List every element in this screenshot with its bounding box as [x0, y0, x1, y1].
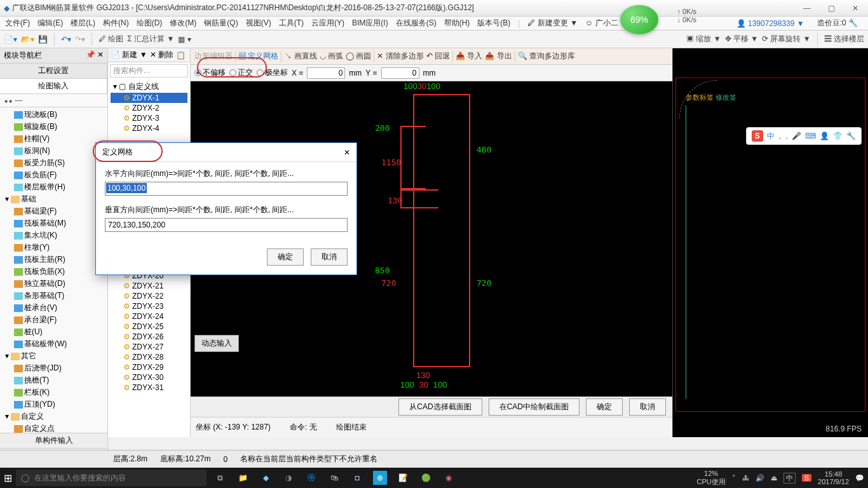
performance-badge[interactable]: 69% [620, 5, 658, 34]
ime-settings-icon[interactable]: 🔧 [846, 132, 856, 140]
nav-tree[interactable]: 现浇板(B) 螺旋板(B) 柱帽(V) 板洞(N) 板受力筋(S) 板负筋(F)… [0, 107, 107, 433]
minimize-button[interactable]: — [798, 4, 816, 13]
tray-network-icon[interactable]: 🖧 [742, 474, 749, 482]
import-button[interactable]: 📥 导入 [456, 51, 482, 62]
search-polygon-button[interactable]: 🔍 查询多边形库 [518, 51, 575, 62]
from-cad-button[interactable]: 从CAD选择截面图 [398, 398, 482, 416]
menu-component[interactable]: 构件(N) [100, 18, 132, 29]
sum-button[interactable]: Σ 汇总计算 ▼ [127, 34, 174, 44]
nav-filter-icons[interactable]: ⬥⬥ — [0, 94, 107, 107]
cortana-search[interactable]: ◯ 在这里输入你要搜索的内容 [16, 470, 207, 486]
dynamic-input-toggle[interactable]: 动态输入 [194, 335, 239, 352]
menu-bim[interactable]: BIM应用(I) [349, 18, 391, 29]
ime-punct-icon[interactable]: 。, [778, 131, 788, 142]
undo-icon[interactable]: ↶▾ [61, 35, 71, 44]
tree-item: 板负筋(F) [3, 169, 105, 181]
menu-tools[interactable]: 工具(T) [276, 18, 306, 29]
tree-group: ▾ 自定义 [3, 410, 105, 423]
task-view-icon[interactable]: ⧉ [213, 471, 227, 485]
dialog-cancel-button[interactable]: 取消 [311, 248, 348, 266]
y-input[interactable] [381, 67, 419, 79]
nav-pin-icon[interactable]: 📌 ✕ [86, 50, 104, 61]
edge-icon[interactable]: ⓔ [304, 471, 318, 485]
app-icon[interactable]: ◑ [281, 471, 295, 485]
dialog-ok-button[interactable]: 确定 [267, 248, 304, 266]
tree-item: 柱帽(V) [3, 133, 105, 145]
menu-edit[interactable]: 编辑(E) [35, 18, 65, 29]
ime-keyboard-icon[interactable]: ⌨ [805, 132, 816, 140]
app-icon[interactable]: 📝 [396, 471, 410, 485]
tray-up-icon[interactable]: ˄ [732, 474, 736, 482]
ime-toolbar[interactable]: S 中 。, 🎤 ⌨ 👤 👕 🔧 [746, 127, 862, 145]
undo-polygon-button[interactable]: ↶ 回退 [426, 51, 450, 62]
menu-modify[interactable]: 修改(M) [167, 18, 199, 29]
user-avatar[interactable]: ☺ 广小二 [583, 18, 621, 29]
cpu-usage[interactable]: 12% CPU使用 [696, 470, 725, 487]
close-button[interactable]: ✕ [846, 4, 864, 13]
new-change-button[interactable]: 🖉 新建变更 ▼ [525, 18, 580, 29]
nav-tab-drawing[interactable]: 绘图输入 [0, 79, 107, 93]
tray-ime-cn[interactable]: 中 [783, 473, 796, 484]
folder-icon[interactable]: 📁 [236, 471, 250, 485]
ime-user-icon[interactable]: 👤 [820, 132, 829, 140]
menu-cloud[interactable]: 云应用(Y) [309, 18, 347, 29]
app-icon[interactable]: ◘ [350, 471, 364, 485]
grid-icon[interactable]: ▦ ▾ [178, 35, 191, 44]
ime-lang[interactable]: 中 [767, 131, 775, 142]
tray-notifications-icon[interactable]: 💬 [855, 474, 864, 482]
menu-help[interactable]: 帮助(H) [442, 18, 473, 29]
save-icon[interactable]: 💾 [38, 35, 48, 44]
tray-volume-icon[interactable]: 🔊 [756, 474, 764, 482]
dialog-close-button[interactable]: ✕ [344, 148, 350, 157]
account-id[interactable]: 👤 13907298339 ▼ [734, 19, 807, 28]
clear-polygon-button[interactable]: ✕ 清除多边形 [377, 51, 423, 62]
app-icon[interactable]: ◆ [259, 471, 273, 485]
cancel-button[interactable]: 取消 [629, 398, 666, 416]
sogou-icon[interactable]: S [752, 130, 763, 142]
copy-component-button[interactable]: 📋 [176, 51, 186, 60]
menu-draw[interactable]: 绘图(D) [134, 18, 165, 29]
app-icon[interactable]: ⊕ [373, 471, 387, 485]
draw-in-cad-button[interactable]: 在CAD中绘制截面图 [489, 398, 580, 416]
ok-button[interactable]: 确定 [586, 398, 623, 416]
app-icon[interactable]: ◉ [442, 471, 456, 485]
tray-safe-remove-icon[interactable]: ⏏ [771, 474, 777, 482]
draw-button[interactable]: 🖉 绘图 [98, 34, 123, 44]
tree-item: 板受力筋(S) [3, 157, 105, 169]
select-floor-button[interactable]: ☰ 选择楼层 [824, 34, 864, 44]
nav-tab-project[interactable]: 工程设置 [0, 64, 107, 78]
menu-file[interactable]: 文件(F) [3, 18, 32, 29]
new-component-button[interactable]: 📄 新建 ▼ [111, 50, 147, 60]
zoom-button[interactable]: ▣ 缩放 ▼ [686, 34, 721, 44]
cost-beans[interactable]: 造价豆:0 🔧 [815, 18, 860, 29]
menu-floor[interactable]: 楼层(L) [68, 18, 98, 29]
menu-view[interactable]: 视图(V) [243, 18, 274, 29]
x-input[interactable] [307, 67, 345, 79]
v-spacing-input[interactable] [105, 218, 348, 232]
menu-online[interactable]: 在线服务(S) [393, 18, 439, 29]
list-item: ⚙ZDYX-21 [111, 281, 187, 291]
open-icon[interactable]: 📂▾ [21, 35, 34, 44]
store-icon[interactable]: 🛍 [327, 471, 341, 485]
start-button[interactable]: ⊞ [4, 472, 12, 484]
app-icon[interactable]: 🟢 [419, 471, 433, 485]
draw-line-button[interactable]: ↘ 画直线 [284, 51, 316, 62]
component-search-input[interactable]: 搜索构件... [110, 64, 188, 78]
ime-mic-icon[interactable]: 🎤 [792, 132, 801, 140]
rotate-button[interactable]: ⟳ 屏幕旋转 ▼ [762, 34, 811, 44]
single-component-button[interactable]: 单构件输入 [0, 433, 107, 448]
export-button[interactable]: 📤 导出 [485, 51, 512, 62]
pan-button[interactable]: ✥ 平移 ▼ [725, 34, 759, 44]
tray-clock[interactable]: 15:482017/9/12 [818, 470, 849, 485]
new-icon[interactable]: 📄▾ [4, 35, 17, 44]
maximize-button[interactable]: ▢ [822, 4, 840, 13]
redo-icon[interactable]: ↷▾ [75, 35, 85, 44]
delete-component-button[interactable]: ✕ 删除 [150, 50, 173, 60]
draw-circle-button[interactable]: ◯ 画圆 [346, 51, 371, 62]
ime-skin-icon[interactable]: 👕 [833, 132, 843, 140]
dim-text: 1150 [381, 158, 401, 167]
tray-sogou-icon[interactable]: S [802, 474, 811, 482]
draw-arc-button[interactable]: ◡ 画弧 [320, 51, 343, 62]
menu-rebar[interactable]: 钢筋量(Q) [201, 18, 240, 29]
menu-version[interactable]: 版本号(B) [475, 18, 513, 29]
